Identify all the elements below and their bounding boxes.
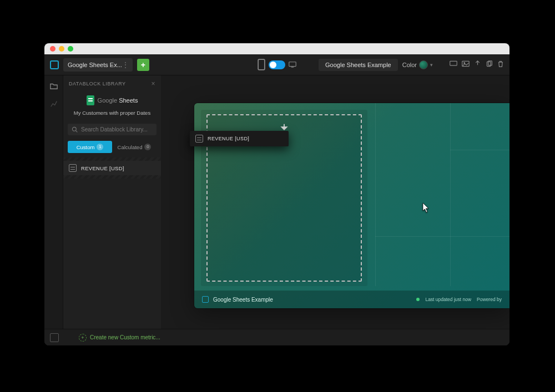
datablock-library-panel: DATABLOCK LIBRARY × Google Sheets My Cus… xyxy=(63,75,161,345)
color-control[interactable]: Color ▾ xyxy=(402,60,433,69)
app-window: Google Sheets Ex... ⋮ + Google Sheets Ex… xyxy=(44,43,509,345)
color-swatch-icon xyxy=(419,60,428,69)
add-dashboard-button[interactable]: + xyxy=(137,59,149,71)
source-name: Google Sheets xyxy=(98,97,138,104)
create-custom-metric-button[interactable]: + Create new Custom metric... xyxy=(79,334,160,342)
color-label: Color xyxy=(402,62,417,68)
search-icon xyxy=(72,126,78,133)
search-input[interactable]: Search Datablock Library... xyxy=(68,124,157,135)
table-icon xyxy=(195,135,203,142)
metric-tabs: Custom 1 Calculated 0 xyxy=(68,141,157,153)
last-updated-label: Last updated just now xyxy=(425,297,471,302)
panel-close-button[interactable]: × xyxy=(151,80,155,88)
mac-close-dot[interactable] xyxy=(50,46,56,52)
desktop-icon[interactable] xyxy=(289,61,296,69)
svg-rect-3 xyxy=(450,61,457,65)
device-preview-group xyxy=(258,60,296,69)
image-icon[interactable] xyxy=(462,60,470,69)
svg-rect-1 xyxy=(289,62,296,67)
device-toggle[interactable] xyxy=(269,60,285,69)
status-dot-icon xyxy=(416,298,420,301)
svg-point-5 xyxy=(464,63,465,64)
library-icon[interactable] xyxy=(49,81,59,91)
left-rail xyxy=(44,75,63,345)
source-subtitle: My Customers with proper Dates xyxy=(69,110,155,116)
share-icon[interactable] xyxy=(474,60,481,69)
tab-calculated-label: Calculated xyxy=(118,144,143,150)
metric-list: REVENUE [USD] xyxy=(63,157,161,179)
dashboard-title-field[interactable]: Google Sheets Example xyxy=(319,59,398,71)
tab-calculated[interactable]: Calculated 0 xyxy=(112,141,157,153)
dashboard-grid xyxy=(375,103,509,286)
tab-custom[interactable]: Custom 1 xyxy=(68,141,112,153)
dashboard-footer: Google Sheets Example Last updated just … xyxy=(194,291,509,308)
tab-custom-count: 1 xyxy=(97,144,103,150)
source-block: Google Sheets My Customers with proper D… xyxy=(63,92,161,121)
trash-icon[interactable] xyxy=(497,60,504,69)
bottom-bar: + Create new Custom metric... xyxy=(44,329,509,345)
powered-by-label: Powered by xyxy=(477,297,502,302)
table-icon xyxy=(69,164,77,172)
source-logo: Google Sheets xyxy=(87,95,138,105)
panel-header: DATABLOCK LIBRARY × xyxy=(63,75,161,92)
svg-line-9 xyxy=(76,131,78,133)
drag-chip[interactable]: REVENUE [USD] xyxy=(190,131,289,146)
phone-icon[interactable] xyxy=(258,61,265,69)
svg-rect-0 xyxy=(258,59,265,70)
chevron-down-icon: ▾ xyxy=(430,62,433,68)
google-sheets-icon xyxy=(87,95,94,105)
metrics-icon[interactable] xyxy=(49,99,59,109)
plus-icon: + xyxy=(141,60,145,69)
dashboard-title-label: Google Sheets Example xyxy=(325,62,391,68)
cursor-icon xyxy=(421,202,430,216)
tab-calculated-count: 0 xyxy=(144,144,151,150)
panel-title: DATABLOCK LIBRARY xyxy=(69,81,126,86)
copy-icon[interactable] xyxy=(486,60,493,69)
mac-minimize-dot[interactable] xyxy=(59,46,64,52)
footer-logo-icon xyxy=(202,296,209,303)
dashboard-footer-title: Google Sheets Example xyxy=(213,297,273,303)
metric-item-label: REVENUE [USD] xyxy=(81,165,124,171)
tab-custom-label: Custom xyxy=(77,144,95,150)
search-placeholder: Search Datablock Library... xyxy=(81,126,148,133)
app-body: DATABLOCK LIBRARY × Google Sheets My Cus… xyxy=(44,75,509,345)
mac-zoom-dot[interactable] xyxy=(68,46,73,52)
drag-chip-label: REVENUE [USD] xyxy=(208,136,249,141)
dashboard-tab[interactable]: Google Sheets Ex... ⋮ xyxy=(63,58,133,72)
create-custom-metric-label: Create new Custom metric... xyxy=(90,334,160,340)
svg-point-8 xyxy=(72,127,76,131)
app-toolbar: Google Sheets Ex... ⋮ + Google Sheets Ex… xyxy=(44,54,509,75)
canvas: Google Sheets Example Last updated just … xyxy=(161,75,509,345)
bottom-left-icon[interactable] xyxy=(50,333,59,342)
screen-icon[interactable] xyxy=(450,60,457,69)
add-metric-icon: + xyxy=(79,334,87,342)
dashboard-tab-label: Google Sheets Ex... xyxy=(68,62,122,68)
tab-menu-icon[interactable]: ⋮ xyxy=(122,61,128,69)
mac-titlebar xyxy=(44,43,509,54)
app-logo-icon[interactable] xyxy=(50,60,59,69)
metric-item-revenue[interactable]: REVENUE [USD] xyxy=(63,161,161,175)
